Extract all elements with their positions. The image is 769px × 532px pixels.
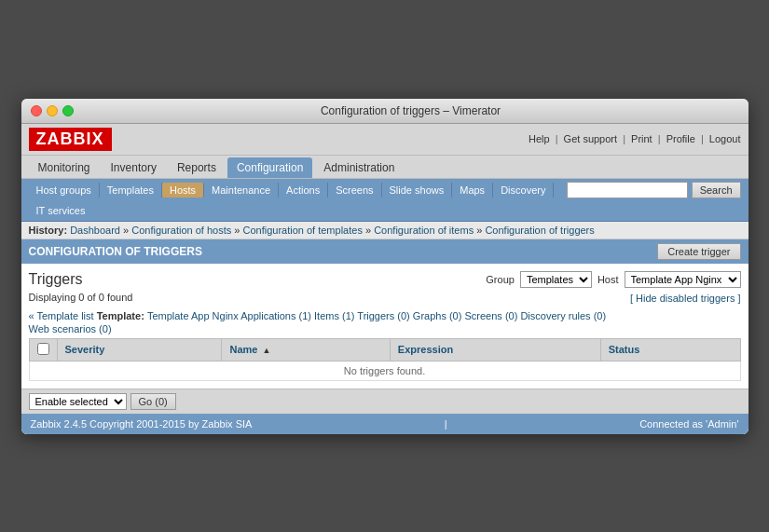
th-name[interactable]: Name ▲ [222,338,390,361]
template-name-link[interactable]: Template App Nginx [147,310,239,321]
nav-reports[interactable]: Reports [168,157,226,178]
section-header: CONFIGURATION OF TRIGGERS Create trigger [21,239,748,264]
nav-inventory[interactable]: Inventory [102,157,166,178]
subnav-screens[interactable]: Screens [328,183,381,198]
print-link[interactable]: Print [631,133,652,144]
th-checkbox [29,338,57,361]
subnav-maps[interactable]: Maps [452,183,493,198]
no-data-cell: No triggers found. [29,361,740,380]
triggers-title: Triggers [29,271,83,288]
nav-monitoring[interactable]: Monitoring [29,157,100,178]
logout-link[interactable]: Logout [709,133,741,144]
nav-configuration[interactable]: Configuration [227,157,312,178]
titlebar: Configuration of triggers – Vimerator [21,99,748,124]
minimize-button[interactable] [47,105,58,116]
displaying-count: Displaying 0 of 0 found [29,292,133,303]
search-button[interactable]: Search [692,182,741,198]
th-status[interactable]: Status [600,338,740,361]
go-button[interactable]: Go (0) [130,393,176,410]
create-trigger-button[interactable]: Create trigger [657,243,740,260]
group-label: Group [486,274,515,285]
host-select[interactable]: Template App Nginx [625,271,741,288]
th-expression[interactable]: Expression [390,338,600,361]
app-container: ZABBIX Help | Get support | Print | Prof… [21,124,748,434]
back-template-list[interactable]: « Template list [29,310,94,321]
web-scenarios-link[interactable]: Web scenarios (0) [29,323,112,334]
items-link[interactable]: Items (1) [314,310,354,321]
subnav-slideshows[interactable]: Slide shows [382,183,453,198]
breadcrumb-config-items[interactable]: Configuration of items [374,225,474,236]
discovery-rules-link[interactable]: Discovery rules (0) [520,310,606,321]
sub-nav2: IT services [21,201,748,222]
breadcrumb: History: Dashboard » Configuration of ho… [21,222,748,239]
search-input[interactable] [567,182,688,198]
template-nav: « Template list Template: Template App N… [29,310,741,321]
window-buttons [31,105,74,116]
web-scenarios-nav: Web scenarios (0) [29,323,741,334]
breadcrumb-dashboard[interactable]: Dashboard [70,225,120,236]
top-links: Help | Get support | Print | Profile | L… [529,133,741,144]
group-select[interactable]: Templates [520,271,592,288]
triggers-link[interactable]: Triggers (0) [357,310,409,321]
th-severity[interactable]: Severity [57,338,222,361]
filter-row: Group Templates Host Template App Nginx [486,271,740,288]
get-support-link[interactable]: Get support [564,133,617,144]
sort-name[interactable]: Name [229,344,257,355]
subnav-maintenance[interactable]: Maintenance [204,183,279,198]
applications-link[interactable]: Applications (1) [240,310,311,321]
connected-text: Connected as 'Admin' [639,418,738,430]
subnav-discovery[interactable]: Discovery [493,183,554,198]
main-window: Configuration of triggers – Vimerator ZA… [21,99,748,434]
graphs-link[interactable]: Graphs (0) [413,310,462,321]
maximize-button[interactable] [62,105,74,116]
action-select[interactable]: Enable selected [29,393,127,410]
footer: Zabbix 2.4.5 Copyright 2001-2015 by Zabb… [21,414,748,434]
close-button[interactable] [31,105,42,116]
profile-link[interactable]: Profile [666,133,695,144]
triggers-table: Severity Name ▲ Expression Status [29,338,741,381]
sort-status[interactable]: Status [609,344,640,355]
bottom-bar: Enable selected Go (0) [21,389,748,414]
subnav-templates[interactable]: Templates [100,183,162,198]
breadcrumb-config-triggers[interactable]: Configuration of triggers [485,225,594,236]
subnav-itservices[interactable]: IT services [29,203,93,218]
screens-link[interactable]: Screens (0) [464,310,517,321]
hide-disabled-link[interactable]: [ Hide disabled triggers ] [630,293,741,304]
subnav-actions[interactable]: Actions [279,183,328,198]
breadcrumb-config-hosts[interactable]: Configuration of hosts [131,225,231,236]
main-nav: Monitoring Inventory Reports Configurati… [21,156,748,179]
sort-icon: ▲ [263,346,271,355]
sort-severity[interactable]: Severity [65,344,105,355]
sub-nav: Host groups Templates Hosts Maintenance … [21,179,748,201]
logo: ZABBIX [29,128,112,151]
window-title: Configuration of triggers – Vimerator [83,104,739,117]
search-area: Search [567,182,741,198]
section-title: CONFIGURATION OF TRIGGERS [29,245,202,258]
copyright-text: Zabbix 2.4.5 Copyright 2001-2015 by Zabb… [31,418,253,430]
breadcrumb-config-templates[interactable]: Configuration of templates [242,225,362,236]
nav-administration[interactable]: Administration [314,157,404,178]
triggers-header: Triggers Group Templates Host Template A… [29,271,741,288]
help-link[interactable]: Help [529,133,550,144]
host-label: Host [597,274,619,285]
top-header: ZABBIX Help | Get support | Print | Prof… [21,124,748,156]
select-all-checkbox[interactable] [37,343,49,355]
content-area: Triggers Group Templates Host Template A… [21,264,748,389]
subnav-hostgroups[interactable]: Host groups [29,183,100,198]
subnav-hosts[interactable]: Hosts [162,183,204,198]
